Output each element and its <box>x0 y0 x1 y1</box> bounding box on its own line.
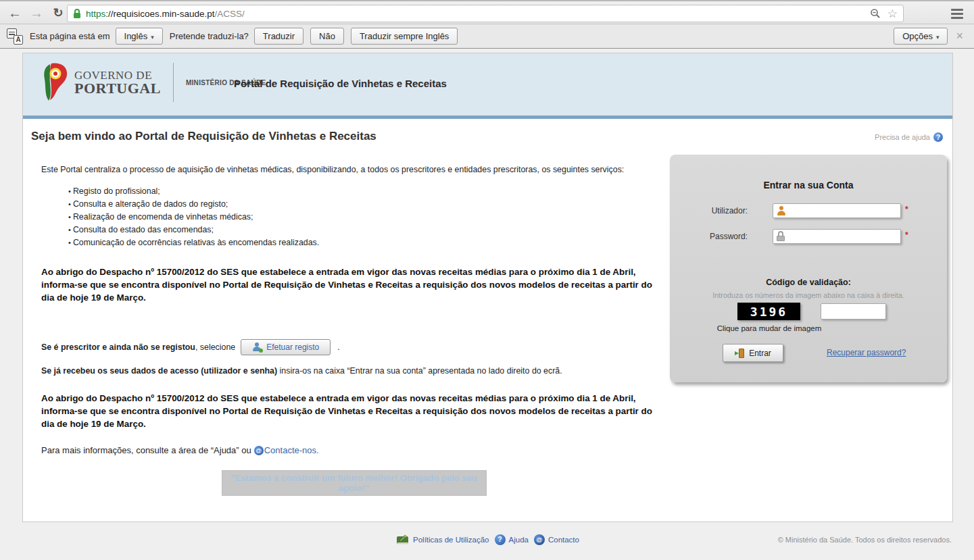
required-marker: * <box>905 230 908 240</box>
list-item: Consulta do estado das encomendas; <box>68 224 666 236</box>
help-icon: ? <box>495 534 506 545</box>
site-header: GOVERNO DE PORTUGAL MINISTÉRIO DA SAÚDE … <box>23 53 952 116</box>
chevron-down-icon: ▾ <box>151 34 154 41</box>
address-bar[interactable]: https://requisicoes.min-saude.pt/ACSS/ ☆ <box>67 5 904 22</box>
at-icon: @ <box>254 446 264 455</box>
contact-label: Contacto <box>548 536 579 544</box>
captcha-image[interactable]: 3196 <box>737 303 800 320</box>
bookmark-star-icon[interactable]: ☆ <box>887 8 898 20</box>
intro-paragraph: Este Portal centraliza o processo de aqu… <box>41 165 666 174</box>
password-label: Password: <box>677 232 748 241</box>
need-help-label: Precisa de ajuda <box>875 133 930 141</box>
site-container: GOVERNO DE PORTUGAL MINISTÉRIO DA SAÚDE … <box>22 53 953 522</box>
lock-icon <box>73 9 81 19</box>
translate-icon: A <box>7 28 23 45</box>
notice-paragraph-repeat: Ao abrigo do Despacho nº 15700/2012 do S… <box>41 392 666 430</box>
contact-us-link[interactable]: Contacte-nos. <box>264 445 319 455</box>
user-icon <box>777 206 786 215</box>
captcha-hint: Introduza os números da imagem abaixo na… <box>670 291 947 299</box>
help-icon: ? <box>933 132 943 142</box>
register-line: Se é prescritor e ainda não se registou,… <box>41 339 666 355</box>
list-item: Registo do profissional; <box>68 185 666 198</box>
username-input[interactable] <box>773 203 901 218</box>
at-icon: @ <box>534 534 545 545</box>
no-translate-button[interactable]: Não <box>310 28 344 45</box>
reload-icon[interactable]: ↻ <box>49 3 68 22</box>
captcha-input[interactable] <box>821 303 886 320</box>
portal-title: Portal de Requisição de Vinhetas e Recei… <box>234 78 447 89</box>
register-bold-text: Se é prescritor e ainda não se registou <box>41 342 195 352</box>
list-item: Consulta e alteração de dados do registo… <box>68 198 666 211</box>
help-link[interactable]: ? Ajuda <box>495 534 529 545</box>
access-rest-text: insira-os na caixa “Entrar na sua conta”… <box>277 366 562 376</box>
register-button[interactable]: Efetuar registo <box>241 339 331 355</box>
url-host: ://requisicoes.min-saude.pt <box>105 9 214 19</box>
browser-toolbar: ← → ↻ https://requisicoes.min-saude.pt/A… <box>0 0 974 24</box>
language-dropdown-label: Inglês <box>124 31 148 41</box>
translate-message: Esta página está em <box>30 31 110 41</box>
page-footer: Políticas de Utilização ? Ajuda @ Contac… <box>22 530 953 557</box>
url-text: https://requisicoes.min-saude.pt/ACSS/ <box>86 9 245 19</box>
access-line: Se já recebeu os seus dados de acesso (u… <box>41 366 666 376</box>
required-marker: * <box>905 205 908 214</box>
login-button[interactable]: Entrar <box>723 344 783 362</box>
back-icon[interactable]: ← <box>5 3 24 22</box>
main-content: Seja bem vindo ao Portal de Requisição d… <box>23 119 952 523</box>
options-dropdown[interactable]: Opções▾ <box>894 28 948 45</box>
portugal-flag-icon <box>41 63 69 102</box>
enter-door-icon <box>735 349 744 358</box>
motto-banner: "Estamos a construir um futuro melhor! O… <box>222 470 487 496</box>
add-user-icon <box>252 342 262 352</box>
government-logo: GOVERNO DE PORTUGAL MINISTÉRIO DA SAÚDE <box>41 63 266 102</box>
header-divider <box>173 63 174 102</box>
notice-paragraph: Ao abrigo do Despacho nº 15700/2012 do S… <box>41 265 666 304</box>
captcha-title: Código de validação: <box>670 278 947 287</box>
url-path: /ACSS/ <box>215 9 245 19</box>
url-scheme: https <box>86 9 105 19</box>
list-item: Comunicação de ocorrências relativas às … <box>68 236 666 249</box>
book-icon <box>396 534 410 545</box>
register-rest-text: , selecione <box>195 342 235 352</box>
login-button-label: Entrar <box>749 349 771 358</box>
policies-link[interactable]: Políticas de Utilização <box>396 534 489 545</box>
intro-column: Este Portal centraliza o processo de aqu… <box>41 165 666 496</box>
help-label: Ajuda <box>509 536 529 544</box>
access-bold-text: Se já recebeu os seus dados de acesso (u… <box>41 366 277 376</box>
password-input[interactable] <box>773 229 901 244</box>
translate-button[interactable]: Traduzir <box>254 28 303 45</box>
policies-label: Políticas de Utilização <box>413 536 489 544</box>
translate-infobar: A Esta página está em Inglês▾ Pretende t… <box>0 24 974 49</box>
page-background: GOVERNO DE PORTUGAL MINISTÉRIO DA SAÚDE … <box>0 49 974 560</box>
login-title: Entrar na sua Conta <box>670 180 947 190</box>
login-panel: Entrar na sua Conta Utilizador: * Passwo… <box>670 155 947 382</box>
page-title: Seja bem vindo ao Portal de Requisição d… <box>31 130 376 143</box>
register-button-label: Efetuar registo <box>266 342 319 352</box>
chevron-down-icon: ▾ <box>936 34 940 41</box>
contact-link[interactable]: @ Contacto <box>534 534 579 545</box>
lock-icon <box>777 231 785 241</box>
captcha-refresh-link[interactable]: Clique para mudar de imagem <box>712 324 827 333</box>
close-icon[interactable]: × <box>956 29 963 43</box>
browser-menu-icon[interactable] <box>947 5 967 22</box>
need-help-link[interactable]: Precisa de ajuda ? <box>875 132 943 142</box>
username-label: Utilizador: <box>677 206 748 215</box>
always-translate-button[interactable]: Traduzir sempre Inglês <box>351 28 458 45</box>
services-list: Registo do profissional; Consulta e alte… <box>68 185 666 249</box>
zoom-out-icon[interactable] <box>870 8 881 19</box>
info-line: Para mais informações, consulte a área d… <box>41 445 666 455</box>
forward-icon[interactable]: → <box>27 3 46 22</box>
translate-question: Pretende traduzi-la? <box>170 31 249 41</box>
gov-logo-line2: PORTUGAL <box>74 81 161 96</box>
language-dropdown[interactable]: Inglês▾ <box>116 28 163 45</box>
copyright-text: © Ministério da Saúde. Todos os direitos… <box>778 536 952 544</box>
register-suffix: . <box>337 342 339 352</box>
info-prefix: Para mais informações, consulte a área d… <box>41 445 251 455</box>
recover-password-link[interactable]: Recuperar password? <box>827 348 906 357</box>
gov-logo-line1: GOVERNO DE <box>74 70 161 81</box>
options-label: Opções <box>902 31 933 41</box>
list-item: Realização de encomenda de vinhetas médi… <box>68 211 666 224</box>
